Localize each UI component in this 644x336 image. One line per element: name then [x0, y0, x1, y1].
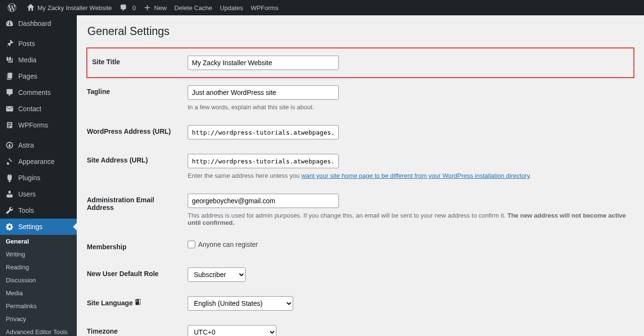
tagline-label: Tagline: [87, 78, 183, 118]
menu-plugins[interactable]: Plugins: [0, 170, 77, 186]
language-select[interactable]: English (United States): [188, 296, 293, 311]
mail-icon: [5, 104, 14, 113]
new-text: New: [154, 4, 167, 12]
admin-bar: My Zacky Installer Website 0 New Delete …: [0, 0, 644, 15]
pin-icon: [5, 39, 14, 48]
site-url-label: Site Address (URL): [87, 147, 183, 186]
brush-icon: [5, 157, 14, 166]
default-role-select[interactable]: Subscriber: [188, 267, 246, 282]
menu-appearance[interactable]: Appearance: [0, 153, 77, 170]
menu-tools[interactable]: Tools: [0, 202, 77, 219]
site-url-description: Enter the same address here unless you w…: [188, 172, 629, 179]
membership-checkbox[interactable]: [188, 241, 195, 248]
translate-icon: [135, 300, 142, 307]
comment-icon: [119, 4, 127, 12]
settings-submenu: General Writing Reading Discussion Media…: [0, 235, 77, 336]
wp-url-label: WordPress Address (URL): [87, 118, 183, 147]
comments-count: 0: [132, 4, 136, 12]
membership-label: Membership: [87, 233, 183, 260]
admin-sidebar: Dashboard Posts Media Pages Comments Con…: [0, 15, 77, 336]
astra-icon: [5, 141, 14, 150]
admin-email-description: This address is used for admin purposes.…: [188, 212, 629, 226]
plugin-icon: [5, 174, 14, 182]
menu-wpforms[interactable]: WPForms: [0, 117, 77, 133]
settings-icon: [5, 222, 14, 231]
menu-comments[interactable]: Comments: [0, 84, 77, 101]
site-url-help-link[interactable]: want your site home page to be different…: [301, 172, 529, 179]
new-content-link[interactable]: New: [140, 0, 170, 15]
menu-users[interactable]: Users: [0, 186, 77, 202]
submenu-reading[interactable]: Reading: [0, 261, 77, 274]
page-title: General Settings: [87, 25, 634, 38]
site-url-input[interactable]: [188, 154, 339, 168]
plus-icon: [143, 4, 151, 12]
submenu-permalinks[interactable]: Permalinks: [0, 300, 77, 313]
site-home-link[interactable]: My Zacky Installer Website: [23, 0, 116, 15]
wp-url-input[interactable]: [188, 125, 339, 139]
updates-link[interactable]: Updates: [216, 0, 247, 15]
tagline-description: In a few words, explain what this site i…: [188, 104, 629, 111]
site-title-label: Site Title: [87, 48, 183, 78]
pages-icon: [5, 72, 14, 81]
menu-astra[interactable]: Astra: [0, 137, 77, 153]
site-title-input[interactable]: [188, 56, 339, 70]
submenu-advanced-editor-tools[interactable]: Advanced Editor Tools: [0, 325, 77, 336]
dashboard-icon: [5, 19, 14, 28]
comments-icon: [5, 88, 14, 97]
timezone-select[interactable]: UTC+0: [188, 325, 276, 336]
menu-media[interactable]: Media: [0, 52, 77, 68]
home-icon: [27, 4, 35, 12]
tagline-input[interactable]: [188, 85, 339, 100]
settings-form: Site Title Tagline In a few words, expla…: [86, 47, 634, 336]
membership-checkbox-label[interactable]: Anyone can register: [188, 241, 629, 248]
timezone-label: Timezone: [87, 318, 183, 336]
form-icon: [5, 121, 14, 129]
users-icon: [5, 190, 14, 198]
menu-dashboard[interactable]: Dashboard: [0, 15, 77, 32]
menu-contact[interactable]: Contact: [0, 101, 77, 117]
menu-posts[interactable]: Posts: [0, 35, 77, 52]
media-icon: [5, 56, 14, 64]
submenu-discussion[interactable]: Discussion: [0, 274, 77, 287]
default-role-label: New User Default Role: [87, 260, 183, 289]
main-content: General Settings Site Title Tagline In a…: [77, 15, 644, 336]
site-name-text: My Zacky Installer Website: [37, 4, 112, 12]
submenu-general[interactable]: General: [0, 235, 77, 248]
wpforms-link[interactable]: WPForms: [247, 0, 283, 15]
delete-cache-link[interactable]: Delete Cache: [170, 0, 216, 15]
comments-link[interactable]: 0: [116, 0, 140, 15]
wordpress-icon: [8, 3, 16, 12]
submenu-writing[interactable]: Writing: [0, 248, 77, 261]
language-label: Site Language: [87, 289, 183, 318]
menu-pages[interactable]: Pages: [0, 68, 77, 84]
wrench-icon: [5, 206, 14, 215]
submenu-media[interactable]: Media: [0, 287, 77, 300]
submenu-privacy[interactable]: Privacy: [0, 313, 77, 325]
menu-settings[interactable]: Settings: [0, 219, 77, 235]
wp-logo[interactable]: [4, 0, 23, 15]
admin-email-input[interactable]: [188, 194, 339, 208]
admin-email-label: Administration Email Address: [87, 186, 183, 233]
